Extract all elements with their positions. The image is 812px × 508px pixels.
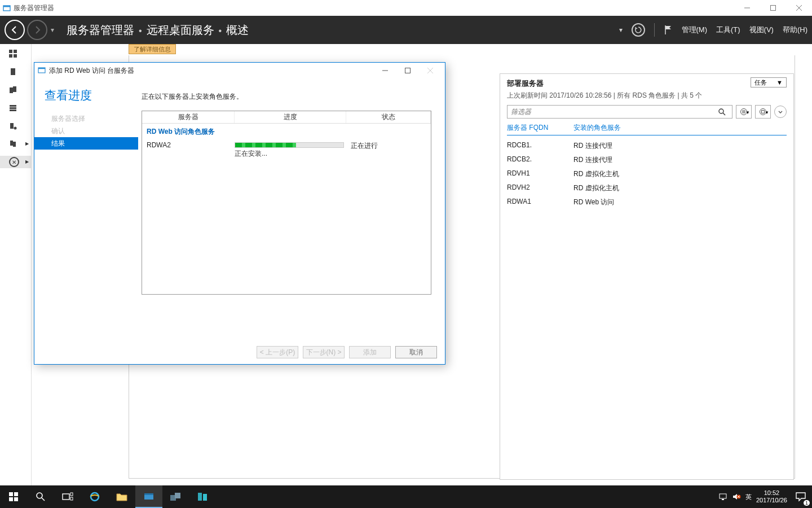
filter-input-wrap [507, 105, 732, 119]
filter-row: ▼ ▼ [507, 105, 787, 119]
menu-manage[interactable]: 管理(M) [682, 25, 708, 35]
search-button[interactable] [27, 485, 54, 508]
dialog-titlebar[interactable]: 添加 RD Web 访问 台服务器 [34, 63, 445, 78]
svg-rect-41 [63, 494, 69, 500]
rail-local-server[interactable] [0, 65, 31, 78]
rail-rds-selected[interactable]: ✕▶ [0, 156, 31, 168]
step-confirm: 确认 [34, 125, 138, 137]
taskview-button[interactable] [54, 485, 81, 508]
notifications-flag-icon[interactable] [664, 25, 673, 35]
window-title: 服务器管理器 [14, 3, 54, 13]
step-results[interactable]: 结果 [34, 137, 138, 150]
header-bar: ▾ 服务器管理器 • 远程桌面服务 • 概述 ▾ 管理(M) 工具(T) 视图(… [0, 16, 812, 44]
crumb-app[interactable]: 服务器管理器 [67, 23, 134, 38]
breadcrumb: 服务器管理器 • 远程桌面服务 • 概述 [67, 23, 249, 38]
menu-help[interactable]: 帮助(H) [783, 25, 807, 35]
svg-rect-14 [10, 105, 16, 107]
rail-all-servers[interactable] [0, 84, 31, 96]
svg-rect-49 [198, 493, 202, 501]
svg-line-22 [723, 113, 725, 115]
svg-rect-20 [13, 142, 16, 147]
progress-status: 正在进行 [346, 141, 426, 151]
taskbar-app-2[interactable] [189, 485, 217, 508]
table-row[interactable]: RDCB1.RD 连接代理 [507, 139, 787, 153]
prev-button: < 上一步(P) [257, 346, 298, 358]
add-button: 添加 [349, 346, 391, 358]
th-server[interactable]: 服务器 [142, 111, 235, 123]
rail-item-arrow[interactable]: ▶ [0, 138, 31, 150]
close-button[interactable] [786, 0, 812, 16]
left-rail: ▶ ✕▶ [0, 44, 32, 485]
table-row[interactable]: RDCB2.RD 连接代理 [507, 153, 787, 167]
th-role[interactable]: 安装的角色服务 [573, 123, 787, 133]
svg-rect-1 [3, 6, 10, 7]
svg-point-21 [719, 109, 723, 113]
crumb-sep: • [219, 26, 222, 36]
ime-indicator[interactable]: 英 [745, 493, 752, 501]
th-fqdn[interactable]: 服务器 FQDN [507, 123, 573, 133]
filter-save-button[interactable]: ▼ [755, 105, 771, 119]
svg-rect-30 [38, 68, 45, 69]
header-dropdown-caret[interactable]: ▾ [619, 26, 623, 34]
svg-rect-48 [175, 493, 180, 498]
dialog-description: 正在以下服务器上安装角色服务。 [142, 92, 431, 102]
crumb-rds[interactable]: 远程桌面服务 [147, 23, 214, 38]
nav-forward-button[interactable] [27, 20, 47, 40]
start-button[interactable] [0, 485, 27, 508]
dialog-content: 正在以下服务器上安装角色服务。 服务器 进度 状态 RD Web 访问角色服务 … [138, 78, 445, 340]
dialog-body: 查看进度 服务器选择 确认 结果 正在以下服务器上安装角色服务。 服务器 进度 … [34, 78, 445, 340]
minimize-button[interactable] [734, 0, 760, 16]
table-row[interactable]: RDVH2RD 虚拟化主机 [507, 181, 787, 195]
taskbar: 英 10:52 2017/10/26 1 [0, 485, 812, 508]
table-row[interactable]: RDVH1RD 虚拟化主机 [507, 167, 787, 181]
info-banner[interactable]: 了解详细信息 [129, 44, 176, 54]
menu-tools[interactable]: 工具(T) [716, 25, 740, 35]
add-rdweb-dialog: 添加 RD Web 访问 台服务器 查看进度 服务器选择 确认 结果 [34, 62, 445, 365]
maximize-button[interactable] [760, 0, 786, 16]
dialog-icon [38, 66, 47, 75]
rail-file-services[interactable] [0, 102, 31, 114]
refresh-icon[interactable] [632, 23, 645, 37]
taskbar-app-1[interactable] [162, 485, 189, 508]
taskbar-server-manager[interactable] [135, 485, 162, 508]
search-icon[interactable] [718, 108, 732, 116]
crumb-sep: • [139, 26, 142, 36]
notification-center-button[interactable]: 1 [792, 485, 810, 508]
nav-dropdown-icon[interactable]: ▾ [51, 26, 54, 34]
svg-rect-9 [9, 54, 12, 58]
th-status[interactable]: 状态 [346, 111, 431, 123]
menu-view[interactable]: 视图(V) [749, 25, 774, 35]
filter-options-button[interactable]: ▼ [736, 105, 752, 119]
taskbar-ie[interactable] [81, 485, 108, 508]
tasks-dropdown[interactable]: 任务 ▼ [751, 77, 787, 87]
tray-volume-icon[interactable] [732, 493, 741, 501]
notif-badge: 1 [804, 500, 810, 506]
wizard-steps: 服务器选择 确认 结果 [34, 112, 138, 150]
deploy-title: 部署服务器 [507, 78, 787, 89]
step-server-selection: 服务器选择 [34, 112, 138, 125]
tray-network-icon[interactable] [718, 493, 727, 501]
svg-rect-12 [10, 87, 13, 93]
taskbar-explorer[interactable] [108, 485, 135, 508]
nav-back-button[interactable] [5, 20, 25, 40]
rail-iis[interactable] [0, 120, 31, 132]
dialog-maximize-button[interactable] [396, 64, 419, 77]
expand-button[interactable] [774, 106, 787, 118]
th-progress[interactable]: 进度 [235, 111, 346, 123]
deployment-servers-panel: 部署服务器 上次刷新时间 2017/10/26 10:28:56 | 所有 RD… [500, 73, 794, 480]
crumb-overview[interactable]: 概述 [226, 23, 249, 38]
installing-text: 正在安装... [235, 149, 346, 159]
svg-rect-16 [10, 110, 16, 111]
cancel-button[interactable]: 取消 [395, 346, 437, 358]
table-row[interactable]: RDWA1RD Web 访问 [507, 195, 787, 209]
header-right: ▾ 管理(M) 工具(T) 视图(V) 帮助(H) [619, 23, 808, 37]
filter-input[interactable] [508, 108, 718, 116]
rail-dashboard[interactable] [0, 47, 31, 60]
clock-time: 10:52 [756, 489, 787, 497]
dialog-minimize-button[interactable] [374, 64, 396, 77]
svg-rect-43 [70, 497, 73, 500]
svg-rect-10 [14, 54, 17, 58]
svg-rect-32 [405, 68, 411, 73]
window-titlebar: 服务器管理器 [0, 0, 812, 16]
taskbar-clock[interactable]: 10:52 2017/10/26 [756, 489, 787, 504]
